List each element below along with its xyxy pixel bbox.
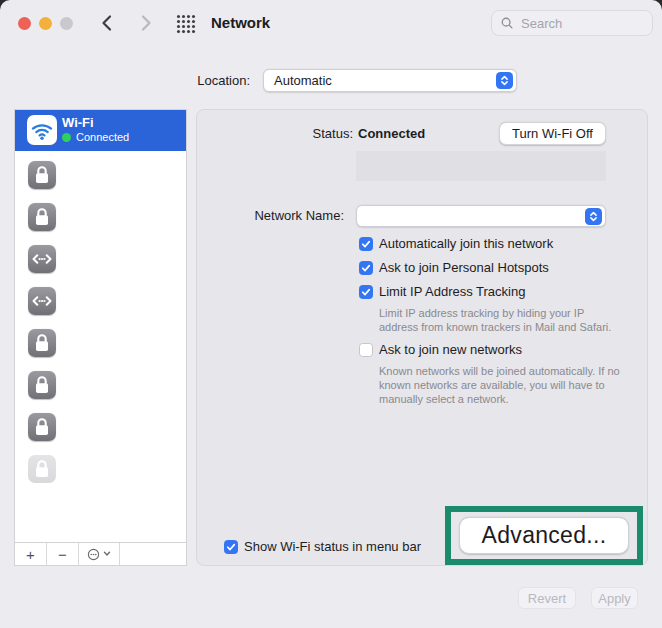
- sidebar-item-lock[interactable]: [15, 161, 186, 203]
- show-all-preferences-button[interactable]: [176, 14, 196, 34]
- sidebar-item-lock[interactable]: [15, 413, 186, 455]
- turn-wifi-off-button[interactable]: Turn Wi-Fi Off: [499, 122, 606, 145]
- close-window-button[interactable]: [18, 17, 31, 30]
- status-label: Status:: [197, 126, 353, 141]
- revert-button[interactable]: Revert: [518, 587, 576, 609]
- advanced-button[interactable]: Advanced...: [459, 517, 629, 554]
- checkbox-row-auto-join[interactable]: Automatically join this network: [359, 236, 553, 251]
- chevron-left-icon: [98, 13, 118, 33]
- connected-dot-icon: [62, 133, 71, 142]
- checkbox-row-show-wifi-status[interactable]: Show Wi-Fi status in menu bar: [224, 539, 421, 554]
- back-button[interactable]: [98, 13, 118, 33]
- network-name-label: Network Name:: [197, 208, 344, 223]
- chevron-down-icon: [103, 551, 111, 557]
- services-list: Wi-Fi Connected: [15, 110, 186, 543]
- search-field[interactable]: [491, 10, 653, 36]
- checkbox[interactable]: [359, 285, 373, 299]
- wifi-icon: [27, 115, 57, 145]
- lock-icon: [28, 371, 56, 399]
- lock-icon: [28, 329, 56, 357]
- check-icon: [360, 238, 372, 250]
- popup-stepper-icon: [496, 72, 513, 89]
- checkbox-row-ask-new-networks[interactable]: Ask to join new networks: [359, 342, 522, 357]
- add-service-button[interactable]: +: [15, 543, 47, 565]
- check-icon: [360, 262, 372, 274]
- annotation-highlight-box: Advanced...: [445, 506, 643, 565]
- network-preferences-window: Network Location: Automatic: [0, 0, 662, 628]
- ask-new-networks-note: Known networks will be joined automatica…: [379, 364, 635, 406]
- checkbox[interactable]: [224, 540, 238, 554]
- lock-icon: [28, 203, 56, 231]
- checkbox[interactable]: [359, 237, 373, 251]
- ethernet-icon: [28, 245, 56, 273]
- lock-icon: [28, 455, 56, 483]
- grid-icon: [176, 14, 196, 34]
- checkbox-row-personal-hotspots[interactable]: Ask to join Personal Hotspots: [359, 260, 549, 275]
- sidebar-toolbar: + −: [15, 542, 186, 565]
- apply-button[interactable]: Apply: [591, 587, 638, 609]
- services-sidebar: Wi-Fi Connected + −: [14, 109, 187, 566]
- checkbox-row-limit-ip-tracking[interactable]: Limit IP Address Tracking: [359, 284, 525, 299]
- sidebar-item-ethernet[interactable]: [15, 245, 186, 287]
- location-popup[interactable]: Automatic: [263, 69, 517, 92]
- window-title: Network: [211, 14, 270, 31]
- ethernet-icon: [28, 287, 56, 315]
- toolbar-spacer: [120, 543, 186, 565]
- action-menu-button[interactable]: [79, 543, 120, 565]
- location-value: Automatic: [274, 73, 496, 88]
- status-detail-redacted: [356, 151, 606, 181]
- remove-service-button[interactable]: −: [47, 543, 79, 565]
- sidebar-item-lock[interactable]: [15, 203, 186, 245]
- service-status: Connected: [62, 131, 129, 143]
- title-bar: Network: [0, 0, 662, 48]
- limit-ip-tracking-note: Limit IP address tracking by hiding your…: [379, 306, 619, 334]
- minimize-window-button[interactable]: [39, 17, 52, 30]
- network-name-popup[interactable]: [356, 205, 606, 227]
- service-name: Wi-Fi: [62, 115, 94, 130]
- sidebar-item-lock[interactable]: [15, 329, 186, 371]
- zoom-window-button: [60, 17, 73, 30]
- popup-stepper-icon: [585, 208, 602, 225]
- location-label: Location:: [120, 73, 250, 88]
- check-icon: [360, 286, 372, 298]
- status-value: Connected: [358, 126, 425, 141]
- sidebar-item-lock[interactable]: [15, 455, 186, 497]
- checkbox[interactable]: [359, 261, 373, 275]
- chevron-right-icon: [135, 13, 155, 33]
- action-menu-icon: [87, 548, 100, 561]
- check-icon: [225, 541, 237, 553]
- traffic-lights: [18, 17, 73, 30]
- wifi-settings-panel: Status: Connected Turn Wi-Fi Off Network…: [196, 109, 648, 566]
- sidebar-item-wifi[interactable]: Wi-Fi Connected: [15, 110, 186, 151]
- search-icon: [500, 16, 514, 30]
- sidebar-item-lock[interactable]: [15, 371, 186, 413]
- sidebar-item-ethernet[interactable]: [15, 287, 186, 329]
- forward-button[interactable]: [135, 13, 155, 33]
- search-input[interactable]: [519, 15, 633, 32]
- checkbox[interactable]: [359, 343, 373, 357]
- lock-icon: [28, 413, 56, 441]
- lock-icon: [28, 161, 56, 189]
